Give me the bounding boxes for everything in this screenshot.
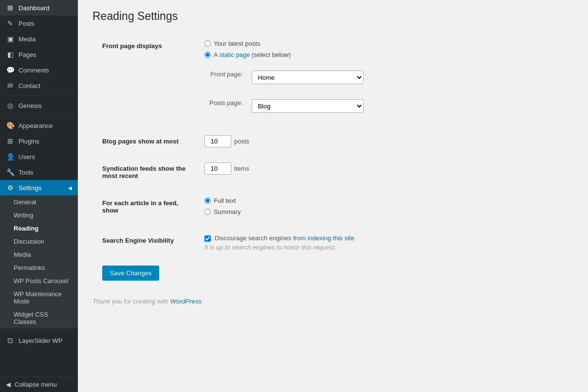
radio-static-page[interactable]: [204, 52, 211, 58]
submenu-item-permalinks[interactable]: Permalinks: [0, 261, 78, 274]
search-visibility-note: It is up to search engines to honor this…: [204, 244, 569, 251]
field-blog-pages: posts: [200, 128, 573, 155]
label-feed-article: For each article in a feed, show: [92, 190, 200, 227]
posts-icon: ✎: [6, 19, 15, 27]
radio-latest-posts[interactable]: [204, 40, 211, 47]
submenu-item-writing[interactable]: Writing: [0, 209, 78, 222]
page-select-table: Front page: Home About Contact Blog Post…: [204, 63, 368, 120]
syndication-feeds-unit: items: [234, 165, 249, 172]
plugins-icon: ⊞: [6, 137, 15, 145]
contact-icon: ✉: [6, 82, 15, 89]
radio-full-text-wrap: Full text: [204, 197, 569, 204]
sidebar-divider-1: [0, 95, 78, 96]
sidebar-item-layerslider[interactable]: ⊡ LayerSlider WP: [0, 333, 78, 348]
front-page-label: Front page:: [204, 63, 247, 92]
row-front-page-displays: Front page displays Your latest posts A …: [92, 33, 573, 128]
sidebar-item-genesis[interactable]: ◎ Genesis: [0, 98, 78, 113]
submenu-item-media[interactable]: Media: [0, 248, 78, 261]
sidebar-item-plugins[interactable]: ⊞ Plugins: [0, 133, 78, 149]
submenu-item-general[interactable]: General: [0, 196, 78, 209]
field-feed-article: Full text Summary: [200, 190, 573, 227]
posts-page-select-cell: Blog Home About Contact: [247, 92, 368, 121]
label-front-page-displays: Front page displays: [92, 33, 200, 128]
radio-latest-posts-wrap: Your latest posts: [204, 40, 569, 47]
radio-static-page-wrap: A static page (select below): [204, 51, 569, 58]
radio-full-text[interactable]: [204, 197, 211, 204]
sidebar-item-tools[interactable]: 🔧 Tools: [0, 164, 78, 180]
label-latest-posts[interactable]: Your latest posts: [214, 40, 260, 47]
footer-note: Thank you for creating with WordPress.: [92, 298, 573, 305]
sidebar-item-comments[interactable]: 💬 Comments: [0, 62, 78, 78]
wordpress-link[interactable]: WordPress: [170, 298, 202, 305]
sidebar-divider-3: [0, 330, 78, 331]
field-syndication-feeds: items: [200, 155, 573, 190]
blog-pages-input-wrap: posts: [204, 135, 569, 147]
label-blog-pages: Blog pages show at most: [92, 128, 200, 155]
submit-wrap: Save Changes: [92, 258, 573, 288]
sidebar-item-appearance[interactable]: 🎨 Appearance: [0, 118, 78, 133]
settings-submenu: General Writing Reading Discussion Media…: [0, 196, 78, 328]
row-syndication-feeds: Syndication feeds show the most recent i…: [92, 155, 573, 190]
media-icon: ▣: [6, 35, 15, 43]
posts-page-select[interactable]: Blog Home About Contact: [252, 99, 364, 113]
row-search-visibility: Search Engine Visibility Discourage sear…: [92, 227, 573, 259]
save-changes-button[interactable]: Save Changes: [102, 266, 159, 281]
sidebar-item-posts[interactable]: ✎ Posts: [0, 16, 78, 31]
settings-arrow-icon: ◀: [68, 185, 72, 191]
label-syndication-feeds: Syndication feeds show the most recent: [92, 155, 200, 190]
field-front-page-displays: Your latest posts A static page (select …: [200, 33, 573, 128]
row-blog-pages: Blog pages show at most posts: [92, 128, 573, 155]
appearance-icon: 🎨: [6, 122, 15, 129]
submenu-item-widget-css-classes[interactable]: Widget CSS Classes: [0, 308, 78, 328]
users-icon: 👤: [6, 153, 15, 160]
pages-icon: ◧: [6, 51, 15, 58]
posts-page-row: Posts page: Blog Home About Contact: [204, 92, 368, 121]
settings-icon: ⚙: [6, 184, 15, 192]
page-title: Reading Settings: [92, 10, 573, 23]
layerslider-icon: ⊡: [6, 337, 15, 344]
search-visibility-label[interactable]: Discourage search engines from indexing …: [204, 234, 569, 242]
sidebar-item-pages[interactable]: ◧ Pages: [0, 47, 78, 62]
label-summary[interactable]: Summary: [214, 208, 241, 215]
submenu-item-wp-posts-carousel[interactable]: WP Posts Carousel: [0, 274, 78, 287]
radio-summary-wrap: Summary: [204, 208, 569, 215]
collapse-menu-button[interactable]: ◀ Collapse menu: [0, 376, 78, 392]
syndication-feeds-input-wrap: items: [204, 162, 569, 175]
search-visibility-link[interactable]: from indexing this site: [293, 234, 354, 242]
tools-icon: 🔧: [6, 168, 15, 176]
sidebar-item-media[interactable]: ▣ Media: [0, 31, 78, 47]
blog-pages-input[interactable]: [204, 135, 231, 147]
search-visibility-checkbox[interactable]: [204, 235, 211, 242]
genesis-icon: ◎: [6, 102, 15, 109]
search-visibility-text: Discourage search engines from indexing …: [215, 234, 354, 242]
settings-form: Front page displays Your latest posts A …: [92, 33, 573, 258]
field-search-visibility: Discourage search engines from indexing …: [200, 227, 573, 259]
front-page-row: Front page: Home About Contact Blog: [204, 63, 368, 92]
row-feed-article: For each article in a feed, show Full te…: [92, 190, 573, 227]
sidebar-item-dashboard[interactable]: ⊞ Dashboard: [0, 0, 78, 16]
blog-pages-unit: posts: [234, 138, 249, 145]
collapse-icon: ◀: [6, 381, 11, 388]
sidebar: ⊞ Dashboard ✎ Posts ▣ Media ◧ Pages 💬 Co…: [0, 0, 78, 392]
label-search-visibility: Search Engine Visibility: [92, 227, 200, 259]
submenu-item-reading[interactable]: Reading: [0, 222, 78, 235]
submenu-item-discussion[interactable]: Discussion: [0, 235, 78, 248]
radio-summary[interactable]: [204, 209, 211, 215]
static-page-link[interactable]: static page: [220, 51, 250, 58]
sidebar-divider-2: [0, 115, 78, 116]
syndication-feeds-input[interactable]: [204, 162, 231, 175]
label-static-page[interactable]: A static page (select below): [214, 51, 291, 58]
sidebar-item-contact[interactable]: ✉ Contact: [0, 78, 78, 93]
sidebar-item-users[interactable]: 👤 Users: [0, 149, 78, 164]
main-content: Reading Settings Front page displays You…: [78, 0, 588, 392]
posts-page-label: Posts page:: [204, 92, 247, 121]
dashboard-icon: ⊞: [6, 4, 15, 12]
front-page-select-cell: Home About Contact Blog: [247, 63, 368, 92]
label-full-text[interactable]: Full text: [214, 197, 236, 204]
front-page-select[interactable]: Home About Contact Blog: [252, 71, 364, 84]
comments-icon: 💬: [6, 66, 15, 74]
submenu-item-wp-maintenance-mode[interactable]: WP Maintenance Mode: [0, 287, 78, 308]
sidebar-item-settings[interactable]: ⚙ Settings ◀: [0, 180, 78, 196]
